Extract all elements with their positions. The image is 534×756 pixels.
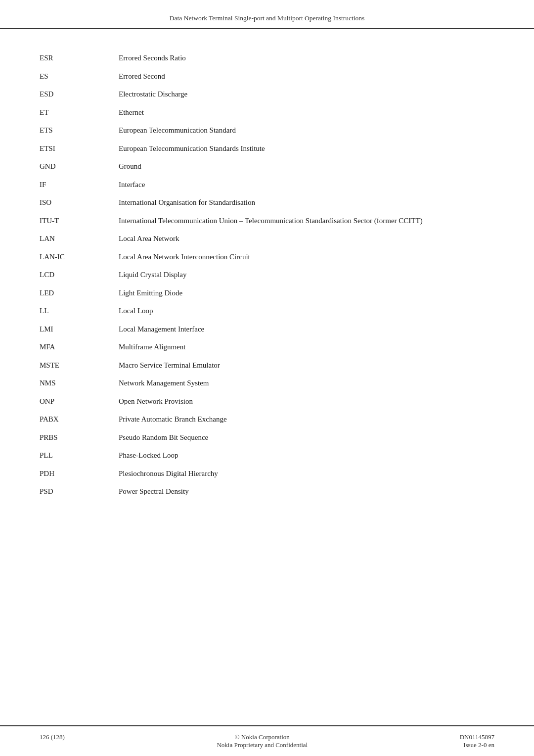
abbreviation-definition: Ground	[119, 157, 494, 176]
abbreviation-term: ETSI	[40, 140, 119, 158]
page-footer: 126 (128) © Nokia Corporation Nokia Prop…	[0, 725, 534, 756]
table-row: PRBSPseudo Random Bit Sequence	[40, 428, 494, 447]
abbreviation-term: ES	[40, 67, 119, 86]
table-row: MFAMultiframe Alignment	[40, 338, 494, 356]
abbreviation-definition: Phase-Locked Loop	[119, 446, 494, 465]
footer-page-number: 126 (128)	[40, 733, 65, 741]
abbreviation-definition: Local Area Network Interconnection Circu…	[119, 248, 494, 266]
abbreviation-definition: Local Management Interface	[119, 320, 494, 338]
abbreviation-term: LMI	[40, 320, 119, 338]
page: Data Network Terminal Single-port and Mu…	[0, 0, 534, 756]
table-row: PLLPhase-Locked Loop	[40, 446, 494, 465]
abbreviation-term: LCD	[40, 266, 119, 284]
table-row: ESDElectrostatic Discharge	[40, 85, 494, 103]
abbreviation-definition: Multiframe Alignment	[119, 338, 494, 356]
table-row: PSDPower Spectral Density	[40, 482, 494, 501]
abbreviation-term: MFA	[40, 338, 119, 356]
abbreviation-term: PLL	[40, 446, 119, 465]
footer-doc-number: DN01145897	[460, 733, 494, 741]
abbreviation-definition: Plesiochronous Digital Hierarchy	[119, 465, 494, 483]
abbreviation-definition: International Organisation for Standardi…	[119, 193, 494, 212]
table-row: LANLocal Area Network	[40, 230, 494, 248]
table-row: GNDGround	[40, 157, 494, 176]
abbreviation-definition: Electrostatic Discharge	[119, 85, 494, 103]
abbreviation-definition: European Telecommunication Standard	[119, 121, 494, 140]
table-row: LEDLight Emitting Diode	[40, 284, 494, 302]
abbreviation-definition: Macro Service Terminal Emulator	[119, 356, 494, 375]
abbreviation-term: MSTE	[40, 356, 119, 375]
header-title: Data Network Terminal Single-port and Mu…	[170, 14, 364, 22]
main-content: ESRErrored Seconds RatioESErrored Second…	[0, 29, 534, 725]
table-row: ONPOpen Network Provision	[40, 392, 494, 411]
abbreviation-term: LED	[40, 284, 119, 302]
table-row: ETSIEuropean Telecommunication Standards…	[40, 140, 494, 158]
abbreviation-definition: Local Area Network	[119, 230, 494, 248]
abbreviation-definition: Pseudo Random Bit Sequence	[119, 428, 494, 447]
table-row: MSTEMacro Service Terminal Emulator	[40, 356, 494, 375]
abbreviation-definition: Errored Second	[119, 67, 494, 86]
abbreviation-definition: Private Automatic Branch Exchange	[119, 410, 494, 428]
abbreviation-definition: Network Management System	[119, 374, 494, 392]
table-row: ESErrored Second	[40, 67, 494, 86]
abbreviation-definition: Power Spectral Density	[119, 482, 494, 501]
abbreviation-term: ETS	[40, 121, 119, 140]
abbreviation-term: IF	[40, 176, 119, 194]
abbreviation-term: LAN-IC	[40, 248, 119, 266]
abbreviation-definition: Interface	[119, 176, 494, 194]
table-row: ESRErrored Seconds Ratio	[40, 49, 494, 67]
footer-copyright-line1: © Nokia Corporation	[217, 733, 308, 741]
footer-doc-info: DN01145897 Issue 2-0 en	[460, 733, 494, 749]
table-row: IFInterface	[40, 176, 494, 194]
table-row: ISOInternational Organisation for Standa…	[40, 193, 494, 212]
abbreviation-term: PABX	[40, 410, 119, 428]
table-row: ITU-TInternational Telecommunication Uni…	[40, 212, 494, 230]
abbreviation-term: ESR	[40, 49, 119, 67]
abbreviation-term: GND	[40, 157, 119, 176]
abbreviation-term: ESD	[40, 85, 119, 103]
abbreviation-definition: Ethernet	[119, 103, 494, 122]
abbreviation-term: PDH	[40, 465, 119, 483]
abbreviation-term: ISO	[40, 193, 119, 212]
table-row: LCDLiquid Crystal Display	[40, 266, 494, 284]
abbreviation-definition: Liquid Crystal Display	[119, 266, 494, 284]
abbreviation-definition: Light Emitting Diode	[119, 284, 494, 302]
table-row: PDHPlesiochronous Digital Hierarchy	[40, 465, 494, 483]
abbreviation-term: ET	[40, 103, 119, 122]
footer-copyright: © Nokia Corporation Nokia Proprietary an…	[217, 733, 308, 749]
table-row: NMSNetwork Management System	[40, 374, 494, 392]
footer-copyright-line2: Nokia Proprietary and Confidential	[217, 741, 308, 749]
abbreviation-definition: International Telecommunication Union – …	[119, 212, 494, 230]
abbreviation-definition: European Telecommunication Standards Ins…	[119, 140, 494, 158]
abbreviation-term: PSD	[40, 482, 119, 501]
abbreviation-definition: Local Loop	[119, 302, 494, 320]
abbreviation-table: ESRErrored Seconds RatioESErrored Second…	[40, 49, 494, 501]
table-row: LMILocal Management Interface	[40, 320, 494, 338]
abbreviation-term: LL	[40, 302, 119, 320]
abbreviation-term: LAN	[40, 230, 119, 248]
footer-issue: Issue 2-0 en	[460, 741, 494, 749]
abbreviation-term: NMS	[40, 374, 119, 392]
table-row: LAN-ICLocal Area Network Interconnection…	[40, 248, 494, 266]
table-row: ETSEuropean Telecommunication Standard	[40, 121, 494, 140]
abbreviation-term: PRBS	[40, 428, 119, 447]
abbreviation-definition: Open Network Provision	[119, 392, 494, 411]
abbreviation-definition: Errored Seconds Ratio	[119, 49, 494, 67]
table-row: PABXPrivate Automatic Branch Exchange	[40, 410, 494, 428]
abbreviation-term: ONP	[40, 392, 119, 411]
table-row: ETEthernet	[40, 103, 494, 122]
table-row: LLLocal Loop	[40, 302, 494, 320]
page-header: Data Network Terminal Single-port and Mu…	[0, 0, 534, 29]
abbreviation-term: ITU-T	[40, 212, 119, 230]
